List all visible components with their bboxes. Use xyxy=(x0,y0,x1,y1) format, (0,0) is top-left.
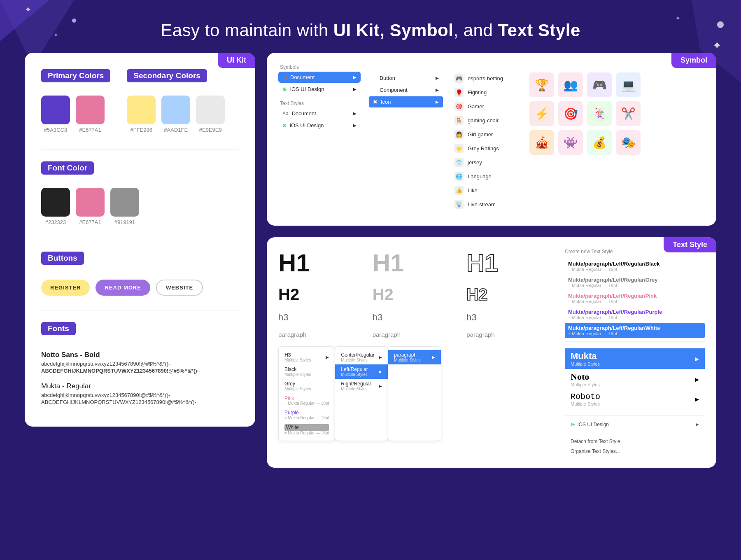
icon-gaming-chair[interactable]: 🪑 gaming-chair xyxy=(451,114,513,126)
cascade-center[interactable]: Center/RegularMultiple Styles ▶ xyxy=(335,350,388,364)
swatch-item: #232323 xyxy=(41,188,70,225)
organize-text-styles[interactable]: Organize Text Styles... xyxy=(565,446,705,456)
swatch-item: #919191 xyxy=(110,188,139,225)
primary-swatches: #5A3CC8 #E677A1 xyxy=(41,96,110,133)
cascade-left[interactable]: Left/RegularMultiple Styles ▶ xyxy=(335,364,388,379)
icon-thumb: 🏆 xyxy=(529,72,554,97)
symbol-badge: Symbol xyxy=(671,53,716,68)
symbol-panel: Symbol Symbols ⬡ Document ▶ ⊕ iOS UI Des… xyxy=(267,53,716,226)
ts-black[interactable]: Mukta/paragraph/Left/Regular/Black ≈ Muk… xyxy=(565,259,705,274)
icon-jersey[interactable]: 👕 jersey xyxy=(451,156,513,168)
menu-ios-ui-design[interactable]: ⊕ iOS UI Design ▶ xyxy=(278,84,361,95)
swatch-pink xyxy=(76,96,105,124)
cascade-paragraph[interactable]: paragraphMultiple Styles ▶ xyxy=(388,350,441,364)
ts-pink[interactable]: Mukta/paragraph/Left/Regular/Pink ≈ Mukt… xyxy=(565,291,705,306)
website-button[interactable]: WEBSITE xyxy=(156,280,203,296)
ts-ios-item[interactable]: ⊕ iOS UI Design ▶ xyxy=(278,120,361,131)
icon-list: 🎮 esports-betting 🥊 Fighting 🎯 Gamer 🪑 g… xyxy=(451,72,513,210)
icon-thumb: 💻 xyxy=(616,72,641,97)
typo-h3-row: h3 h3 h3 xyxy=(278,312,557,323)
icon-language[interactable]: 🌐 Language xyxy=(451,170,513,182)
typo-h2-row: H2 H2 H2 xyxy=(278,285,557,304)
icon-gamer[interactable]: 🎯 Gamer xyxy=(451,100,513,112)
typo-h1-black: H1 xyxy=(278,249,368,277)
ff-mukta[interactable]: Mukta Multiple Styles ▶ xyxy=(565,348,705,369)
icon-thumb: 🃏 xyxy=(587,101,612,126)
text-styles-label: Text Styles xyxy=(278,100,361,106)
cascade-right[interactable]: Right/RegularMultiple Styles ▶ xyxy=(335,379,388,393)
primary-colors-title: Primary Colors xyxy=(41,69,110,82)
swatch-pink2 xyxy=(76,188,105,217)
secondary-colors-group: Secondary Colors #FFE986 #AAD1FE #E9E9E9 xyxy=(127,69,225,133)
buttons-section: Buttons REGISTER READ MORE WEBSITE xyxy=(41,252,239,296)
typo-para-3: paragraph xyxy=(466,331,557,338)
icon-thumb: 🎮 xyxy=(587,72,612,97)
cascade-menu: H3Multiple Styles ▶ BlackMultiple Styles… xyxy=(278,346,557,441)
icon-thumb: 👾 xyxy=(558,130,583,155)
typo-h2-outline: H2 xyxy=(466,285,557,304)
detach-from-text-style[interactable]: Detach from Text Style xyxy=(565,436,705,446)
ff-roboto[interactable]: Roboto Multiple Styles ▶ xyxy=(565,390,705,409)
cascade-black[interactable]: BlackMultiple Styles xyxy=(279,364,335,379)
swatch-item: #FFE986 xyxy=(127,96,156,133)
register-button[interactable]: REGISTER xyxy=(41,280,90,296)
swatch-grey xyxy=(196,96,225,124)
sub-button[interactable]: ··· Button ▶ xyxy=(369,72,443,84)
sub-menu: ··· Button ▶ ··· Component ▶ ✖ Icon ▶ xyxy=(369,72,443,210)
panels-row: UI Kit Primary Colors #5A3CC8 #E677A1 xyxy=(0,53,741,468)
fonts-title: Fonts xyxy=(41,322,76,335)
secondary-swatches: #FFE986 #AAD1FE #E9E9E9 xyxy=(127,96,225,133)
icon-esports-betting[interactable]: 🎮 esports-betting xyxy=(451,72,513,84)
uikit-panel: UI Kit Primary Colors #5A3CC8 #E677A1 xyxy=(25,53,255,427)
ios-ui-design-item[interactable]: ⊕ iOS UI Design ▶ xyxy=(565,419,705,429)
icon-grey-ratings[interactable]: ⭐ Grey Ratings xyxy=(451,142,513,154)
typo-h1-outline: H1 xyxy=(466,249,557,277)
menu-document[interactable]: ⬡ Document ▶ xyxy=(278,72,361,83)
font-sample-upper-1: ABCDEFGHIJKLMNOPQRSTUVWXYZ1234567890!@#$… xyxy=(41,368,239,374)
right-column: Symbol Symbols ⬡ Document ▶ ⊕ iOS UI Des… xyxy=(267,53,716,468)
cascade-purple[interactable]: Purple≈ Mukta Regular — 18pt xyxy=(279,408,335,422)
readmore-button[interactable]: READ MORE xyxy=(96,280,150,296)
swatch-item: #E9E9E9 xyxy=(196,96,225,133)
font-name-1: Notto Sans - Bold xyxy=(41,351,239,359)
secondary-colors-title: Secondary Colors xyxy=(127,69,207,82)
ts-purple[interactable]: Mukta/paragraph/Left/Regular/Purple ≈ Mu… xyxy=(565,307,705,322)
sub-icon[interactable]: ✖ Icon ▶ xyxy=(369,96,443,107)
icon-fighting[interactable]: 🥊 Fighting xyxy=(451,86,513,98)
cascade-pink[interactable]: Pink≈ Mukta Regular — 18pt xyxy=(279,393,335,408)
typo-h2-grey: H2 xyxy=(373,285,463,304)
ts-document-item[interactable]: Aa Document ▶ xyxy=(278,108,361,119)
buttons-row: REGISTER READ MORE WEBSITE xyxy=(41,280,239,296)
icon-live-stream[interactable]: 📡 Live-stream xyxy=(451,198,513,210)
cascade-grey[interactable]: GreyMultiple Styles xyxy=(279,379,335,393)
symbol-content: Symbols ⬡ Document ▶ ⊕ iOS UI Design ▶ T… xyxy=(278,64,705,210)
font-sample-upper-2: ABCDEFGHIJKLMNOPQRSTUVWXYZ1234567890!@#$… xyxy=(41,399,239,405)
swatch-item: #E677A1 xyxy=(76,188,105,225)
text-style-panel: Text Style H1 H1 H1 H2 H2 H2 h3 xyxy=(267,237,716,468)
fonts-section: Fonts Notto Sans - Bold abcdefghijklmnop… xyxy=(41,322,239,405)
icons-grid: 🏆 👥 🎮 💻 ⚡ 🎯 🃏 ✂️ 🎪 👾 💰 🎭 xyxy=(529,72,641,210)
hero-title: Easy to maintain with UI Kit, Symbol, an… xyxy=(0,0,741,53)
symbols-label: Symbols xyxy=(278,64,361,70)
swatch-item: #AAD1FE xyxy=(161,96,190,133)
icon-thumb: ✂️ xyxy=(616,101,641,126)
ts-white[interactable]: Mukta/paragraph/Left/Regular/White ≈ Muk… xyxy=(565,323,705,338)
icon-like[interactable]: 👍 Like xyxy=(451,184,513,196)
swatch-mid-grey xyxy=(110,188,139,217)
ts-grey[interactable]: Mukta/paragraph/Left/Regular/Grey ≈ Mukt… xyxy=(565,275,705,290)
icon-girl-gamer[interactable]: 👩 Girl-gamer xyxy=(451,128,513,140)
cascade-white[interactable]: White≈ Mukta Regular — 18pt xyxy=(279,422,335,437)
typo-para-2: paragraph xyxy=(373,331,463,338)
swatch-black xyxy=(41,188,70,217)
swatch-blue xyxy=(161,96,190,124)
typography-demo: H1 H1 H1 H2 H2 H2 h3 h3 h3 xyxy=(278,249,565,456)
sub-component[interactable]: ··· Component ▶ xyxy=(369,84,443,96)
typo-h1-row: H1 H1 H1 xyxy=(278,249,557,277)
typo-para-1: paragraph xyxy=(278,331,368,338)
cascade-h3[interactable]: H3Multiple Styles ▶ xyxy=(279,350,335,364)
typo-para-row: paragraph paragraph paragraph xyxy=(278,331,557,338)
typo-h3-3: h3 xyxy=(466,312,557,323)
ff-noto[interactable]: Noto Multiple Styles ▶ xyxy=(565,369,705,390)
font-color-swatches: #232323 #E677A1 #919191 xyxy=(41,188,239,225)
icon-thumb: 🎭 xyxy=(616,130,641,155)
